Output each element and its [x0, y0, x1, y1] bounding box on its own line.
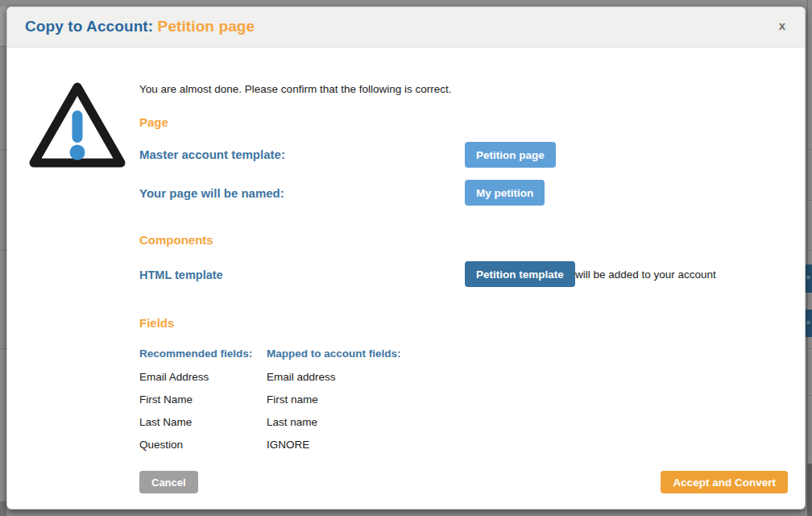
backdrop-row-line — [0, 46, 6, 47]
backdrop-row-line — [0, 348, 6, 349]
backdrop-left-header-fragment — [0, 6, 6, 46]
backdrop-navy-button-fragment: o — [806, 310, 812, 337]
backdrop-row-line — [0, 250, 6, 251]
html-template-suffix-text: will be added to your account — [575, 268, 716, 281]
backdrop-row-line — [806, 348, 812, 349]
confirmation-message: You are almost done. Please confirm that… — [139, 83, 451, 95]
backdrop-right-edge-line — [807, 0, 808, 516]
cancel-button[interactable]: Cancel — [139, 471, 198, 493]
backdrop-row-line — [806, 149, 812, 150]
field-mapped: Last name — [267, 416, 317, 428]
modal-title-highlight: Petition page — [158, 18, 255, 35]
backdrop-navy-button-fragment: o — [806, 264, 812, 293]
accept-and-convert-button[interactable]: Accept and Convert — [661, 471, 788, 493]
master-template-label: Master account template: — [139, 148, 285, 161]
copy-to-account-modal: Copy to Account: Petition page x You are… — [6, 6, 806, 510]
section-heading-fields: Fields — [139, 316, 174, 330]
backdrop-row-line — [0, 149, 6, 150]
backdrop-row-line — [806, 250, 812, 251]
field-mapped: First name — [267, 393, 318, 406]
field-recommended: Email Address — [139, 371, 209, 383]
modal-header: Copy to Account: Petition page x — [7, 7, 805, 48]
modal-title-prefix: Copy to Account: — [25, 18, 153, 35]
field-recommended: Question — [139, 439, 183, 451]
page-name-label: Your page will be named: — [139, 186, 284, 200]
close-icon[interactable]: x — [779, 19, 785, 33]
recommended-fields-column-header: Recommended fields: — [139, 347, 252, 360]
backdrop-row-line — [806, 200, 812, 201]
master-template-value-badge[interactable]: Petition page — [465, 142, 556, 168]
section-heading-page: Page — [139, 115, 168, 129]
field-mapped: IGNORE — [267, 439, 309, 451]
html-template-value-badge[interactable]: Petition template — [465, 261, 575, 287]
field-mapped: Email address — [267, 371, 336, 383]
backdrop-bottom-left-fragment — [0, 501, 6, 516]
warning-triangle-icon — [27, 75, 128, 177]
section-heading-components: Components — [139, 233, 213, 247]
page-name-value-badge[interactable]: My petition — [465, 180, 545, 206]
modal-title: Copy to Account: Petition page — [25, 18, 255, 35]
field-recommended: Last Name — [139, 416, 192, 428]
html-template-label: HTML template — [139, 268, 223, 281]
field-recommended: First Name — [139, 393, 193, 406]
backdrop-row-line — [806, 395, 812, 396]
mapped-fields-column-header: Mapped to account fields: — [267, 347, 401, 360]
backdrop-bottom-right-fragment — [807, 464, 812, 516]
